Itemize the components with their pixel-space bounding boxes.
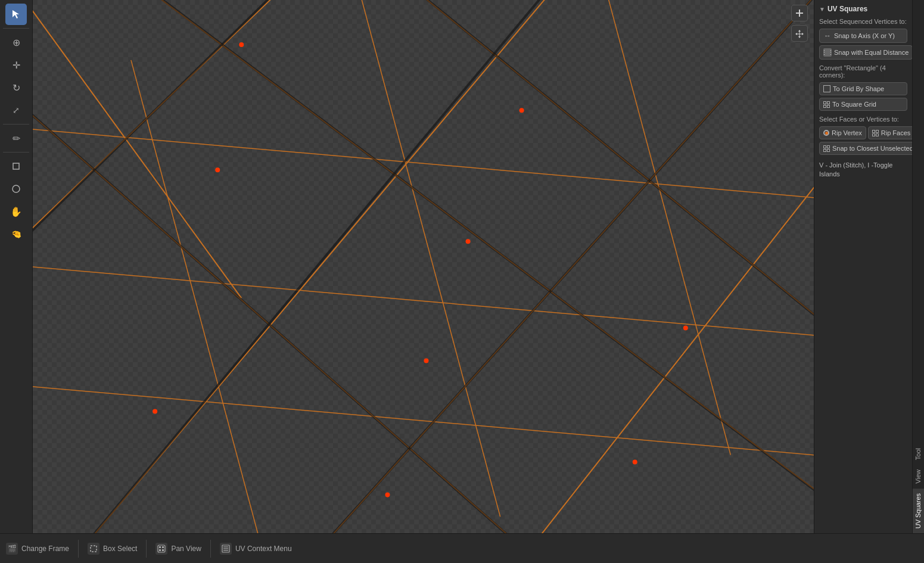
pan-icon-btn[interactable] xyxy=(791,25,808,42)
status-change-frame[interactable]: 🎬 Change Frame xyxy=(6,543,69,555)
rip-row: Rip Vertex Rip Faces xyxy=(819,126,907,139)
tool-scale[interactable]: ⤢ xyxy=(5,99,27,121)
tool-select[interactable] xyxy=(5,4,27,25)
square-grid-icon xyxy=(823,101,830,108)
panel-tabs: Tool View UV Squares xyxy=(912,0,924,533)
tool-grab[interactable]: ✋ xyxy=(5,201,27,222)
snap-closest-row: Snap to Closest Unselected xyxy=(819,142,907,155)
box-select-icon xyxy=(88,543,99,555)
tool-circle[interactable] xyxy=(5,178,27,200)
pan-view-label: Pan View xyxy=(171,545,201,553)
tab-tool[interactable]: Tool xyxy=(913,443,924,465)
grid-by-shape-row: To Grid By Shape xyxy=(819,82,907,95)
svg-point-2 xyxy=(13,185,20,192)
uv-editor[interactable] xyxy=(33,0,814,533)
panel-title: UV Squares xyxy=(819,5,907,13)
status-uv-context[interactable]: UV Context Menu xyxy=(220,543,292,555)
zoom-icon-btn[interactable] xyxy=(791,5,808,21)
status-divider-3 xyxy=(210,540,211,558)
convert-rect-label: Convert "Rectangle" (4 corners): xyxy=(819,64,907,79)
status-box-select[interactable]: Box Select xyxy=(88,543,137,555)
toolbar-divider-1 xyxy=(3,28,29,29)
toolbar-divider-2 xyxy=(3,124,29,125)
svg-rect-35 xyxy=(158,545,165,552)
grid-by-shape-icon xyxy=(823,85,830,92)
tool-annotate[interactable]: ✏ xyxy=(5,127,27,149)
panel-content: UV Squares Select Sequenced Vertices to:… xyxy=(814,0,912,533)
snap-axis-btn[interactable]: ↔ Snap to Axis (X or Y) xyxy=(819,29,907,43)
svg-rect-36 xyxy=(159,546,161,548)
status-bar: 🎬 Change Frame Box Select Pan View xyxy=(0,533,924,563)
status-divider-2 xyxy=(146,540,147,558)
tool-shape3d[interactable] xyxy=(5,155,27,177)
snap-closest-icon xyxy=(823,145,830,152)
rip-faces-btn[interactable]: Rip Faces xyxy=(868,126,912,139)
tool-move[interactable]: ✛ xyxy=(5,54,27,76)
svg-marker-0 xyxy=(13,10,19,18)
left-toolbar: ⊕ ✛ ↻ ⤢ ✏ ✋ 🤏 xyxy=(0,0,33,533)
uv-context-label: UV Context Menu xyxy=(235,545,292,553)
grid-by-shape-btn[interactable]: To Grid By Shape xyxy=(819,82,907,95)
right-panel: UV Squares Select Sequenced Vertices to:… xyxy=(814,0,924,533)
tool-pinch[interactable]: 🤏 xyxy=(5,223,27,245)
pan-view-icon xyxy=(155,543,167,555)
snap-axis-icon: ↔ xyxy=(823,32,832,40)
toolbar-divider-3 xyxy=(3,152,29,153)
tab-uv-squares[interactable]: UV Squares xyxy=(913,489,924,533)
change-frame-label: Change Frame xyxy=(21,545,69,553)
tab-view[interactable]: View xyxy=(913,465,924,489)
svg-rect-37 xyxy=(162,546,164,548)
svg-rect-39 xyxy=(162,549,164,551)
status-divider-1 xyxy=(78,540,79,558)
snap-equal-icon: ⋮⋮ xyxy=(823,48,832,57)
tool-cursor[interactable]: ⊕ xyxy=(5,32,27,53)
status-pan-view[interactable]: Pan View xyxy=(155,543,201,555)
rip-faces-icon xyxy=(872,130,879,136)
rip-vertex-btn[interactable]: Rip Vertex xyxy=(819,126,866,139)
change-frame-icon: 🎬 xyxy=(6,543,18,555)
join-text: V - Join (Stitch), I -Toggle Islands xyxy=(819,161,907,179)
editor-top-icons xyxy=(791,5,808,42)
box-select-label: Box Select xyxy=(103,545,137,553)
svg-rect-38 xyxy=(159,549,161,551)
uv-context-icon xyxy=(220,543,232,555)
rip-vertex-dot xyxy=(823,130,829,136)
snap-closest-btn[interactable]: Snap to Closest Unselected xyxy=(819,142,912,155)
svg-rect-34 xyxy=(91,546,97,552)
square-grid-btn[interactable]: To Square Grid xyxy=(819,98,907,111)
snap-equal-row: ⋮⋮ Snap with Equal Distance xyxy=(819,45,907,60)
square-grid-row: To Square Grid xyxy=(819,98,907,111)
svg-rect-1 xyxy=(13,163,19,169)
uv-canvas xyxy=(33,0,814,533)
tool-rotate[interactable]: ↻ xyxy=(5,77,27,98)
select-faces-label: Select Faces or Vertices to: xyxy=(819,116,907,123)
snap-axis-row: ↔ Snap to Axis (X or Y) xyxy=(819,29,907,43)
snap-equal-btn[interactable]: ⋮⋮ Snap with Equal Distance xyxy=(819,45,912,60)
select-sequenced-label: Select Sequenced Vertices to: xyxy=(819,18,907,25)
